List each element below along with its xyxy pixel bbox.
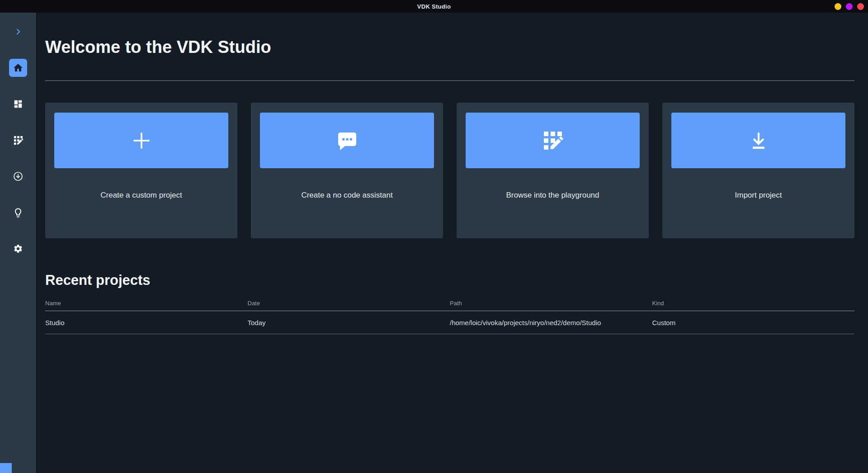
lightbulb-icon	[13, 207, 24, 218]
card-label: Create a no code assistant	[260, 191, 434, 200]
plus-icon	[129, 128, 154, 153]
import-project-card[interactable]: Import project	[662, 103, 854, 238]
recent-projects-table: Name Date Path Kind Studio Today /home/l…	[45, 297, 854, 334]
column-header-kind: Kind	[652, 297, 855, 311]
project-path-cell: /home/loic/vivoka/projects/niryo/ned2/de…	[450, 311, 652, 334]
card-banner	[260, 113, 434, 168]
chevron-right-icon	[14, 27, 23, 36]
card-label: Create a custom project	[54, 191, 228, 200]
project-kind-cell: Custom	[652, 311, 855, 334]
column-header-path: Path	[450, 297, 652, 311]
window-controls	[835, 0, 864, 13]
heading-divider	[45, 80, 854, 81]
sidebar-expand-button[interactable]	[13, 26, 24, 37]
window-title: VDK Studio	[417, 3, 451, 10]
chat-bubble-icon	[336, 130, 358, 151]
action-cards: Create a custom project Create a no code…	[45, 103, 854, 238]
sidebar	[0, 13, 37, 473]
settings-gear-icon	[13, 244, 23, 254]
browse-playground-card[interactable]: Browse into the playground	[457, 103, 649, 238]
minimize-button[interactable]	[835, 3, 841, 10]
card-label: Browse into the playground	[466, 191, 640, 200]
create-no-code-assistant-card[interactable]: Create a no code assistant	[251, 103, 443, 238]
table-header-row: Name Date Path Kind	[45, 297, 854, 311]
sidebar-item-ideas[interactable]	[13, 207, 24, 218]
card-label: Import project	[671, 191, 845, 200]
titlebar: VDK Studio	[0, 0, 868, 13]
table-row[interactable]: Studio Today /home/loic/vivoka/projects/…	[45, 311, 854, 334]
project-name-cell: Studio	[45, 311, 248, 334]
column-header-date: Date	[248, 297, 450, 311]
sidebar-item-downloads[interactable]	[13, 171, 24, 182]
home-icon	[13, 62, 24, 73]
card-banner	[54, 113, 228, 168]
create-custom-project-card[interactable]: Create a custom project	[45, 103, 237, 238]
sidebar-bottom-accent	[0, 463, 12, 473]
sidebar-item-settings[interactable]	[13, 243, 24, 254]
column-header-name: Name	[45, 297, 248, 311]
main-content: Welcome to the VDK Studio Create a custo…	[37, 13, 868, 473]
card-banner	[671, 113, 845, 168]
download-circle-icon	[13, 171, 24, 182]
maximize-button[interactable]	[846, 3, 853, 10]
close-button[interactable]	[857, 3, 864, 10]
dashboard-icon	[13, 99, 23, 109]
download-arrow-icon	[747, 129, 770, 152]
grid-edit-icon	[542, 130, 564, 151]
sidebar-item-home[interactable]	[9, 59, 27, 77]
grid-edit-icon	[13, 135, 24, 146]
sidebar-item-dashboard[interactable]	[13, 99, 24, 109]
recent-projects-title: Recent projects	[45, 272, 854, 289]
card-banner	[466, 113, 640, 168]
project-date-cell: Today	[248, 311, 450, 334]
sidebar-item-playground[interactable]	[13, 135, 24, 146]
page-title: Welcome to the VDK Studio	[45, 37, 854, 57]
app-window: Welcome to the VDK Studio Create a custo…	[0, 13, 868, 473]
